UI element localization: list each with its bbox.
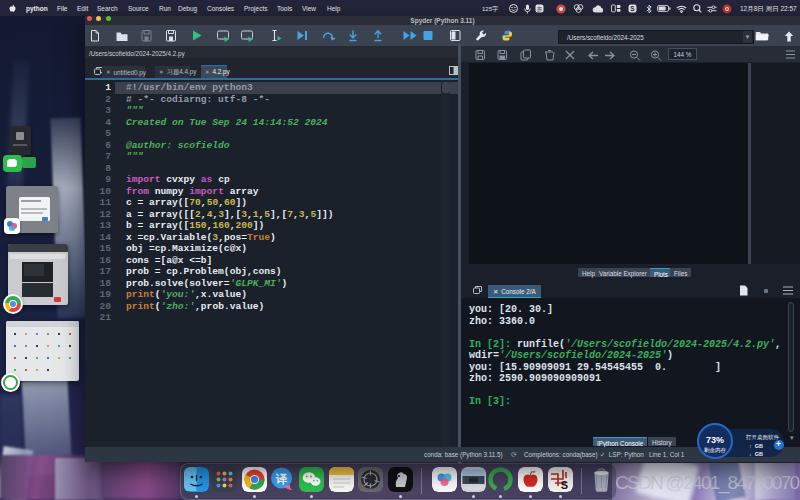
svg-text:S: S bbox=[561, 479, 568, 491]
svg-text:拼: 拼 bbox=[537, 6, 543, 12]
svg-text:译: 译 bbox=[275, 472, 288, 486]
svg-text:S: S bbox=[630, 5, 635, 12]
